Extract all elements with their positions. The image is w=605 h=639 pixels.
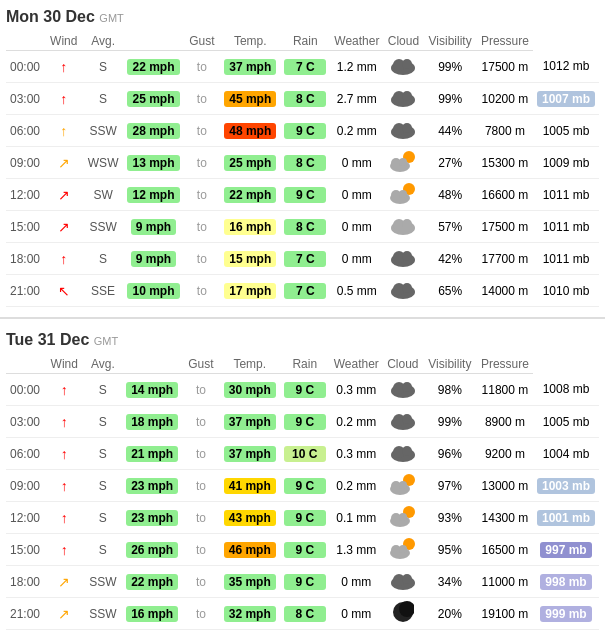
cloud-cell: 57%	[423, 211, 476, 243]
avg-cell: 9 mph	[123, 211, 183, 243]
wind-arrow-icon: ↗	[58, 574, 70, 590]
avg-cell: 10 mph	[123, 275, 183, 307]
avg-pill: 13 mph	[127, 155, 179, 171]
wind-dir-cell: SSE	[83, 275, 124, 307]
svg-point-12	[399, 158, 407, 166]
avg-pill: 10 mph	[127, 283, 179, 299]
visibility-cell: 14000 m	[477, 275, 533, 307]
gust-cell: 43 mph	[220, 502, 280, 534]
pressure-pill: 1003 mb	[537, 478, 595, 494]
wind-arrow-cell: ↑	[45, 406, 84, 438]
temp-cell: 9 C	[280, 502, 330, 534]
time-cell: 12:00	[6, 502, 45, 534]
visibility-cell: 16500 m	[477, 534, 533, 566]
header-cloud: Cloud	[383, 32, 423, 51]
temp-cell: 9 C	[280, 534, 330, 566]
header-weather: Weather	[330, 355, 383, 374]
to-label: to	[182, 374, 220, 406]
temp-pill: 7 C	[284, 283, 326, 299]
gust-pill: 46 mph	[224, 542, 276, 558]
avg-cell: 16 mph	[122, 598, 182, 630]
gmt-label: GMT	[94, 335, 118, 347]
svg-point-34	[402, 446, 412, 456]
svg-point-28	[402, 382, 412, 392]
gust-cell: 37 mph	[220, 406, 280, 438]
pressure-cell: 1012 mb	[533, 51, 599, 83]
rain-cell: 1.2 mm	[330, 51, 383, 83]
time-cell: 18:00	[6, 243, 45, 275]
weather-cell	[383, 115, 423, 147]
temp-cell: 7 C	[280, 275, 330, 307]
wind-dir-cell: S	[83, 83, 124, 115]
to-label: to	[184, 115, 221, 147]
time-cell: 00:00	[6, 51, 45, 83]
avg-pill: 28 mph	[127, 123, 179, 139]
time-cell: 00:00	[6, 374, 45, 406]
temp-cell: 8 C	[280, 211, 330, 243]
temp-pill: 10 C	[284, 446, 326, 462]
cloud-cell: 99%	[423, 51, 476, 83]
cloud-cell: 27%	[423, 147, 476, 179]
wind-arrow-icon: ↑	[61, 542, 68, 558]
gust-pill: 22 mph	[224, 187, 276, 203]
visibility-cell: 9200 m	[477, 438, 533, 470]
table-row: 00:00↑S14 mphto30 mph9 C0.3 mm98%11800 m…	[6, 374, 599, 406]
header-wind: Wind	[45, 355, 84, 374]
cloud-cell: 42%	[423, 243, 476, 275]
weather-cell	[383, 566, 423, 598]
table-row: 03:00↑S25 mphto45 mph8 C2.7 mm99%10200 m…	[6, 83, 599, 115]
avg-cell: 26 mph	[122, 534, 182, 566]
avg-pill: 18 mph	[126, 414, 178, 430]
wind-arrow-cell: ↑	[45, 83, 83, 115]
to-label: to	[182, 438, 220, 470]
avg-cell: 23 mph	[122, 502, 182, 534]
to-label: to	[184, 243, 221, 275]
gust-cell: 22 mph	[220, 179, 280, 211]
gust-pill: 41 mph	[224, 478, 276, 494]
cloud-cell: 95%	[423, 534, 477, 566]
pressure-cell: 1005 mb	[533, 406, 599, 438]
weather-cell	[383, 470, 423, 502]
wind-dir-cell: S	[84, 374, 123, 406]
section-divider	[0, 317, 605, 319]
svg-point-46	[399, 545, 407, 553]
wind-dir-cell: SSW	[84, 598, 123, 630]
wind-arrow-cell: ↑	[45, 243, 83, 275]
weather-cell	[383, 51, 423, 83]
avg-pill: 9 mph	[131, 251, 176, 267]
wind-arrow-cell: ↗	[45, 566, 84, 598]
weather-cell	[383, 147, 423, 179]
temp-pill: 8 C	[284, 155, 326, 171]
wind-arrow-icon: ↑	[61, 382, 68, 398]
cloud-cell: 99%	[423, 406, 477, 438]
table-row: 06:00↑S21 mphto37 mph10 C0.3 mm96%9200 m…	[6, 438, 599, 470]
header-time	[6, 355, 45, 374]
wind-arrow-icon: ↖	[58, 283, 70, 299]
gust-pill: 32 mph	[224, 606, 276, 622]
gust-cell: 41 mph	[220, 470, 280, 502]
gust-pill: 48 mph	[224, 123, 276, 139]
header-avg: Avg.	[83, 32, 124, 51]
header-gust: Gust	[182, 355, 220, 374]
time-cell: 18:00	[6, 566, 45, 598]
gust-pill: 16 mph	[224, 219, 276, 235]
avg-pill: 23 mph	[126, 478, 178, 494]
visibility-cell: 17500 m	[477, 211, 533, 243]
wind-arrow-icon: ↗	[58, 606, 70, 622]
weather-cell	[383, 243, 423, 275]
avg-pill: 22 mph	[127, 59, 179, 75]
temp-pill: 9 C	[284, 478, 326, 494]
pressure-cell: 1008 mb	[533, 374, 599, 406]
rain-cell: 0.3 mm	[330, 374, 383, 406]
header-visibility: Visibility	[423, 32, 476, 51]
temp-cell: 7 C	[280, 243, 330, 275]
pressure-cell: 999 mb	[533, 598, 599, 630]
wind-arrow-cell: ↑	[45, 51, 83, 83]
to-label: to	[182, 566, 220, 598]
day-title: Tue 31 Dec GMT	[6, 331, 599, 349]
time-cell: 21:00	[6, 275, 45, 307]
table-row: 12:00↗SW12 mphto22 mph9 C0 mm48%16600 m1…	[6, 179, 599, 211]
wind-arrow-icon: ↑	[61, 510, 68, 526]
to-label: to	[182, 502, 220, 534]
table-row: 15:00↗SSW9 mphto16 mph8 C0 mm57%17500 m1…	[6, 211, 599, 243]
